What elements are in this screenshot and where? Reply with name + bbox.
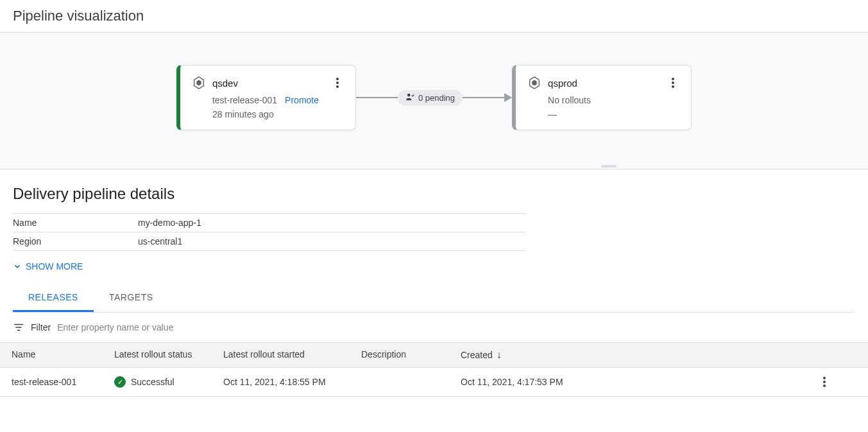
stage-name: qsdev [212,78,238,89]
svg-rect-11 [14,324,23,325]
header-status[interactable]: Latest rollout status [114,349,223,361]
svg-point-2 [336,78,339,80]
svg-point-9 [672,82,674,84]
details-row-name: Name my-demo-app-1 [13,214,526,232]
more-vert-icon [336,78,339,88]
svg-point-16 [823,384,826,387]
show-more-label: SHOW MORE [26,261,83,272]
details-title: Delivery pipeline details [13,185,855,203]
svg-marker-7 [532,80,536,85]
svg-rect-13 [17,330,21,331]
stage-status: No rollouts [548,95,591,105]
stage-card-qsprod[interactable]: qsprod No rollouts — [512,65,692,130]
details-label: Name [13,218,138,228]
sort-desc-icon: ↓ [497,349,502,361]
svg-point-4 [336,85,339,88]
arrow-icon [504,93,512,102]
svg-rect-12 [16,327,22,328]
svg-point-14 [823,377,826,379]
stage-detail: — [548,109,679,119]
table-header: Name Latest rollout status Latest rollou… [0,342,868,368]
table-row[interactable]: test-release-001 ✓ Successful Oct 11, 20… [0,368,868,397]
header-created[interactable]: Created ↓ [461,349,599,361]
pending-text: 0 pending [418,93,455,103]
more-vert-icon [672,78,674,88]
tabs: RELEASES TARGETS [13,284,855,313]
svg-point-15 [823,381,826,383]
filter-input[interactable] [57,322,250,333]
stage-more-button[interactable] [667,76,679,89]
details-value: my-demo-app-1 [138,218,201,228]
success-icon: ✓ [114,376,126,388]
stage-more-button[interactable] [331,76,344,89]
more-vert-icon [823,377,826,387]
resize-handle[interactable] [601,165,617,168]
tab-targets[interactable]: TARGETS [94,284,169,312]
filter-label: Filter [31,322,51,333]
details-label: Region [13,236,138,246]
header-name[interactable]: Name [12,349,114,361]
kubernetes-icon [527,76,541,90]
pipeline-visualization-area: qsdev test-release-001 Promote 28 minute… [0,32,868,169]
filter-icon[interactable] [13,322,24,333]
cell-name: test-release-001 [12,377,114,387]
header-started[interactable]: Latest rollout started [223,349,361,361]
pipeline-viz-title: Pipeline visualization [0,0,868,32]
header-description[interactable]: Description [361,349,461,361]
filter-bar: Filter [0,313,868,342]
flow-connector: 0 pending [356,90,512,106]
svg-point-3 [336,82,339,84]
svg-point-8 [672,78,674,80]
tab-releases[interactable]: RELEASES [13,284,94,312]
stage-time: 28 minutes ago [212,109,344,119]
svg-point-10 [672,85,674,88]
cell-started: Oct 11, 2021, 4:18:55 PM [223,377,361,387]
details-value: us-central1 [138,236,182,246]
stage-card-qsdev[interactable]: qsdev test-release-001 Promote 28 minute… [176,65,356,130]
details-row-region: Region us-central1 [13,232,526,251]
stage-release: test-release-001 [212,95,277,105]
stage-name: qsprod [548,78,577,89]
svg-marker-1 [196,80,201,85]
approval-icon [405,92,414,103]
promote-button[interactable]: Promote [285,95,319,105]
chevron-down-icon [13,262,22,271]
cell-status: ✓ Successful [114,376,223,388]
svg-point-5 [407,93,411,96]
row-more-button[interactable] [818,376,831,388]
cell-created: Oct 11, 2021, 4:17:53 PM [461,377,599,387]
kubernetes-icon [192,76,206,90]
show-more-button[interactable]: SHOW MORE [13,261,855,272]
pending-chip[interactable]: 0 pending [398,90,463,106]
